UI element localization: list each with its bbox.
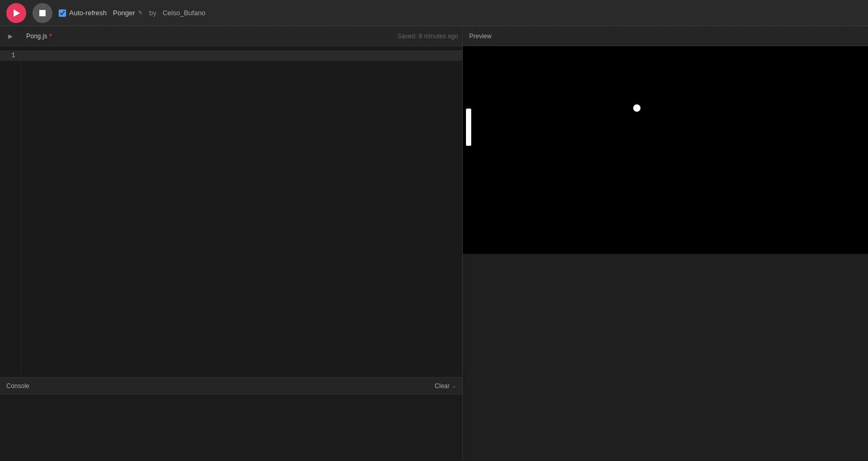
tab-bar: ► Pong.js * Saved: 8 minutes ago	[0, 26, 462, 46]
active-code-line	[21, 50, 462, 61]
preview-label: Preview	[469, 33, 492, 40]
line-numbers: 1	[0, 46, 21, 377]
toolbar: Auto-refresh Ponger ✎ by Celso_Bufano	[0, 0, 868, 26]
play-icon	[14, 9, 20, 17]
edit-icon: ✎	[138, 9, 143, 16]
auto-refresh-text: Auto-refresh	[69, 9, 107, 17]
code-content[interactable]	[21, 46, 462, 377]
preview-canvas	[463, 46, 868, 254]
stop-button[interactable]	[32, 3, 52, 23]
console-header: Console Clear ⌄	[0, 378, 462, 394]
line-number-1: 1	[0, 50, 20, 61]
by-label: by	[149, 9, 156, 17]
console-title: Console	[6, 382, 29, 390]
stop-icon	[39, 10, 46, 16]
author-name: Celso_Bufano	[162, 9, 205, 17]
preview-panel: Preview	[463, 26, 868, 461]
preview-footer	[463, 254, 868, 462]
main-layout: ► Pong.js * Saved: 8 minutes ago 1 Conso…	[0, 26, 868, 461]
saved-status: Saved: 8 minutes ago	[397, 33, 458, 40]
clear-label: Clear	[435, 382, 450, 390]
editor-panel: ► Pong.js * Saved: 8 minutes ago 1 Conso…	[0, 26, 463, 461]
file-tab[interactable]: Pong.js *	[21, 30, 57, 42]
console-body[interactable]	[0, 394, 462, 461]
console-panel: Console Clear ⌄	[0, 377, 462, 461]
pong-ball	[633, 104, 641, 112]
auto-refresh-label[interactable]: Auto-refresh	[59, 9, 107, 17]
modified-indicator: *	[49, 32, 52, 40]
play-button[interactable]	[6, 3, 26, 23]
file-tab-name: Pong.js	[26, 33, 47, 40]
pong-paddle	[466, 109, 471, 146]
chevron-down-icon: ⌄	[452, 383, 456, 389]
sidebar-toggle-button[interactable]: ►	[4, 30, 17, 42]
editor-area[interactable]: 1	[0, 46, 462, 377]
preview-header: Preview	[463, 26, 868, 46]
clear-button[interactable]: Clear ⌄	[435, 382, 456, 390]
auto-refresh-checkbox[interactable]	[59, 9, 66, 17]
project-name: Ponger ✎	[113, 9, 143, 17]
console-actions: Clear ⌄	[435, 382, 456, 390]
